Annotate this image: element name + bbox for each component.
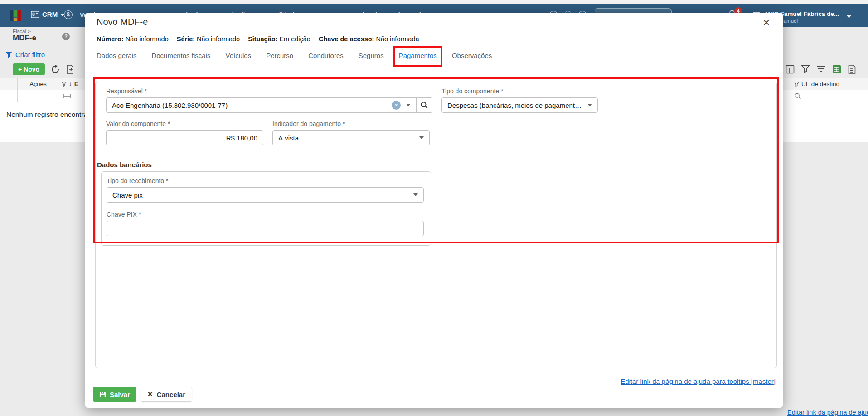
field-label: Valor do componente * (106, 120, 263, 127)
background-help-link[interactable]: Editar link da página de ajuda para tool… (787, 409, 868, 416)
tab-percurso[interactable]: Percurso (266, 52, 293, 59)
table-header-row: UF de destino (783, 78, 868, 90)
modal-footer-buttons: Salvar ✕ Cancelar (93, 387, 192, 402)
table-empty-area (783, 102, 868, 142)
field-label: Indicador do pagamento * (272, 120, 430, 127)
crm-contact-icon (31, 11, 39, 18)
tab-condutores[interactable]: Condutores (308, 52, 344, 59)
dados-bancarios-panel: Tipo do recebimento * Chave pix Chave PI… (101, 171, 431, 246)
mdfe-status-line: Número:Não informado Série:Não informado… (97, 35, 419, 43)
column-resize-icon[interactable] (63, 94, 71, 98)
responsavel-value: Aco Engenharia (15.302.930/0001-77) (112, 102, 388, 109)
field-valor-componente: Valor do componente * R$ 180,00 (106, 120, 263, 145)
export-icon[interactable] (66, 65, 74, 74)
create-filter-button[interactable]: Criar filtro (5, 51, 45, 58)
create-filter-label: Criar filtro (15, 51, 45, 58)
field-tipo-componente: Tipo do componente * Despesas (bancárias… (441, 87, 598, 113)
field-label: Tipo do componente * (441, 87, 598, 95)
tipo-componente-value: Despesas (bancárias, meios de pagament… (447, 102, 582, 109)
column-header-actions[interactable]: Ações (17, 81, 59, 87)
modal-tabs: Dados gerais Documentos fiscais Veículos… (97, 52, 492, 59)
export-excel-icon[interactable] (832, 65, 841, 74)
top-strip (0, 0, 868, 4)
field-label: Chave PIX * (107, 211, 431, 218)
finance-icon[interactable]: $ (64, 10, 73, 19)
advanced-filter-icon[interactable] (816, 65, 825, 74)
responsavel-search-button[interactable] (417, 102, 432, 109)
table-filter-row (783, 90, 868, 102)
dropdown-caret-icon (413, 193, 418, 196)
field-label: Responsável * (106, 87, 432, 95)
dropdown-caret-icon[interactable] (406, 104, 411, 106)
save-button[interactable]: Salvar (93, 387, 136, 402)
clear-icon[interactable]: ✕ (392, 101, 401, 110)
tipo-recebimento-value: Chave pix (112, 191, 408, 199)
tipo-componente-select[interactable]: Despesas (bancárias, meios de pagament… (441, 97, 598, 113)
dropdown-caret-icon (419, 136, 424, 139)
field-label: Tipo do recebimento * (107, 177, 431, 184)
tab-dados-gerais[interactable]: Dados gerais (97, 52, 136, 59)
divider (85, 30, 783, 30)
new-record-button[interactable]: + Novo (13, 63, 45, 75)
app-root: Fiscal > MDF-e ? Criar filtro + Novo Açõ… (0, 0, 868, 416)
table-header-row: Ações ↓ E (0, 78, 85, 90)
tab-seguros[interactable]: Seguros (359, 52, 384, 59)
column-search-icon[interactable] (795, 93, 801, 99)
table-empty-area: Nenhum registro encontrado (0, 102, 85, 142)
module-menu-label: CRM (42, 10, 58, 18)
grid-columns-icon[interactable] (786, 65, 795, 74)
tab-veiculos[interactable]: Veículos (225, 52, 251, 59)
page-help-icon[interactable]: ? (62, 33, 70, 40)
pagamentos-panel: Responsável * Aco Engenharia (15.302.930… (95, 82, 777, 368)
indicador-pagamento-select[interactable]: À vista (272, 130, 430, 145)
info-situacao: Situação:Em edição (248, 35, 310, 43)
user-chevron-down-icon[interactable] (847, 15, 851, 18)
grid-toolbar (786, 65, 856, 74)
sort-desc-icon[interactable]: ↓ (69, 81, 72, 87)
save-floppy-icon (99, 391, 106, 398)
tab-documentos-fiscais[interactable]: Documentos fiscais (151, 52, 210, 59)
info-serie: Série:Não informado (177, 35, 240, 43)
save-button-label: Salvar (110, 391, 130, 398)
dados-bancarios-title: Dados bancários (97, 161, 776, 169)
modal-title: Novo MDF-e (97, 17, 148, 27)
valor-componente-input[interactable]: R$ 180,00 (106, 130, 263, 145)
tab-pagamentos[interactable]: Pagamentos (399, 52, 437, 59)
column-header-uf-destino[interactable]: UF de destino (794, 81, 839, 87)
info-numero: Número:Não informado (97, 35, 169, 43)
close-icon[interactable]: ✕ (762, 17, 770, 28)
tab-observacoes[interactable]: Observações (452, 52, 492, 59)
novo-mdfe-modal: Novo MDF-e ✕ Número:Não informado Série:… (85, 13, 783, 408)
chave-pix-input[interactable] (107, 221, 424, 236)
page-title: MDF-e (13, 34, 36, 43)
column-filter-icon[interactable] (794, 82, 799, 87)
cancel-button-label: Cancelar (157, 391, 185, 398)
valor-componente-value: R$ 180,00 (112, 134, 257, 142)
indicador-pagamento-value: À vista (278, 134, 414, 142)
cancel-x-icon: ✕ (147, 390, 153, 398)
report-icon[interactable] (848, 65, 856, 74)
tipo-recebimento-select[interactable]: Chave pix (107, 187, 424, 203)
app-logo-icon[interactable] (10, 10, 22, 21)
module-menu-crm[interactable]: CRM (31, 10, 65, 18)
cancel-button[interactable]: ✕ Cancelar (141, 387, 192, 402)
column-header-clipped[interactable]: E (74, 81, 78, 87)
field-indicador-pagamento: Indicador do pagamento * À vista (272, 120, 430, 145)
grid-filter-icon[interactable] (801, 65, 810, 74)
empty-state-text: Nenhum registro encontrado (6, 111, 86, 119)
dropdown-caret-icon (587, 104, 592, 106)
responsavel-combobox[interactable]: Aco Engenharia (15.302.930/0001-77) ✕ (106, 97, 432, 113)
table-filter-row (0, 90, 85, 102)
info-chave: Chave de acesso:Não informada (319, 35, 419, 43)
divider (51, 30, 51, 42)
refresh-icon[interactable] (51, 65, 60, 74)
tooltip-help-link[interactable]: Editar link da página de ajuda para tool… (621, 377, 776, 385)
field-responsavel: Responsável * Aco Engenharia (15.302.930… (106, 87, 432, 113)
filter-funnel-icon (5, 52, 12, 58)
column-filter-icon[interactable] (62, 82, 67, 87)
